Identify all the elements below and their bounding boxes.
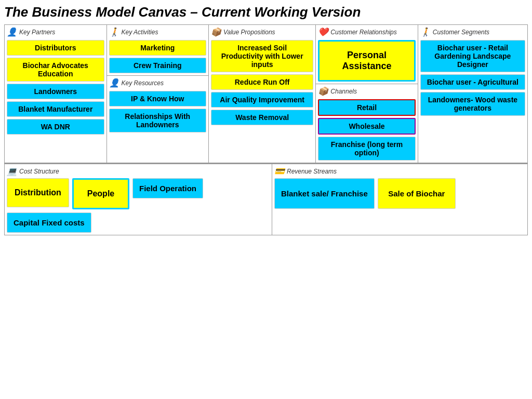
key-activities-icon: 🚶	[109, 27, 119, 37]
key-activities-header: 🚶 Key Activities	[109, 27, 206, 37]
key-partners-column: 👤 Key Partners Distributors Biochar Advo…	[5, 25, 107, 163]
key-activities-label: Key Activities	[122, 29, 158, 36]
key-resources-section: 👤 Key Resources IP & Know How Relationsh…	[107, 76, 208, 163]
customer-rel-label: Customer Relationships	[330, 29, 396, 36]
channels-label: Channels	[330, 88, 357, 95]
card-wholesale: Wholesale	[318, 118, 415, 135]
customer-seg-icon: 🚶	[420, 27, 431, 37]
card-personal-assistance: Personal Assistance	[318, 40, 415, 82]
card-field-operation: Field Operation	[132, 178, 203, 198]
value-props-label: Value Propositions	[223, 29, 275, 36]
customer-rel-header: ❤️ Customer Relationships	[318, 27, 415, 37]
cost-structure-column: 💻 Cost Structure Distribution People Fie…	[5, 164, 272, 235]
card-biochar-advocates: Biochar Advocates Education	[7, 58, 104, 82]
main-grid: 👤 Key Partners Distributors Biochar Advo…	[5, 25, 527, 164]
value-props-header: 📦 Value Propositions	[211, 27, 313, 37]
revenue-icon: 💳	[274, 166, 285, 176]
cost-icon: 💻	[7, 166, 17, 176]
activities-resources-column: 🚶 Key Activities Marketing Crew Training…	[107, 25, 209, 163]
cost-label: Cost Structure	[19, 168, 59, 175]
revenue-cards: Blanket sale/ Franchise Sale of Biochar	[274, 178, 525, 209]
card-ip-knowhow: IP & Know How	[109, 91, 206, 107]
revenue-streams-column: 💳 Revenue Streams Blanket sale/ Franchis…	[272, 164, 527, 235]
card-landowners: Landowners	[7, 84, 104, 99]
card-reduce-runoff: Reduce Run Off	[211, 74, 313, 90]
customer-relationships-section: ❤️ Customer Relationships Personal Assis…	[316, 25, 417, 84]
key-resources-header: 👤 Key Resources	[109, 78, 206, 88]
bottom-section: 💻 Cost Structure Distribution People Fie…	[5, 164, 527, 235]
key-partners-label: Key Partners	[19, 29, 55, 36]
card-biochar-retail: Biochar user - Retail Gardening Landscap…	[420, 40, 525, 72]
revenue-header: 💳 Revenue Streams	[274, 166, 525, 176]
key-partners-header: 👤 Key Partners	[7, 27, 104, 37]
card-wa-dnr: WA DNR	[7, 119, 104, 135]
customer-rel-icon: ❤️	[318, 27, 328, 37]
card-people: People	[72, 178, 129, 209]
channels-icon: 📦	[318, 86, 328, 96]
cost-cards: Distribution People Field Operation Capi…	[7, 178, 270, 233]
channels-header: 📦 Channels	[318, 86, 415, 96]
cost-structure-header: 💻 Cost Structure	[7, 166, 270, 176]
key-resources-label: Key Resources	[122, 79, 164, 87]
card-capital-fixed: Capital Fixed costs	[7, 212, 91, 233]
value-props-column: 📦 Value Propositions Increased Soil Prod…	[209, 25, 316, 163]
customer-segments-column: 🚶 Customer Segments Biochar user - Retai…	[418, 25, 527, 163]
customer-seg-label: Customer Segments	[433, 29, 489, 36]
card-relationships-landowners: Relationships With Landowners	[109, 109, 206, 132]
key-resources-icon: 👤	[109, 78, 119, 88]
key-activities-section: 🚶 Key Activities Marketing Crew Training	[107, 25, 208, 76]
value-props-icon: 📦	[211, 27, 221, 37]
cust-rel-channels-column: ❤️ Customer Relationships Personal Assis…	[316, 25, 418, 163]
revenue-label: Revenue Streams	[287, 168, 337, 175]
card-soil-productivity: Increased Soil Productivity with Lower i…	[211, 40, 313, 72]
customer-seg-header: 🚶 Customer Segments	[420, 27, 525, 37]
card-air-quality: Air Quality Improvement	[211, 92, 313, 108]
card-marketing: Marketing	[109, 40, 206, 56]
canvas: 👤 Key Partners Distributors Biochar Advo…	[4, 24, 528, 235]
card-waste-removal: Waste Removal	[211, 110, 313, 125]
card-biochar-agricultural: Biochar user - Agricultural	[420, 74, 525, 90]
key-partners-icon: 👤	[7, 27, 17, 37]
card-blanket-manufacturer: Blanket Manufacturer	[7, 101, 104, 117]
card-distributors: Distributors	[7, 40, 104, 56]
card-franchise: Franchise (long term option)	[318, 137, 415, 161]
page-title: The Business Model Canvas – Current Work…	[4, 4, 528, 20]
card-distribution: Distribution	[7, 178, 69, 207]
card-sale-biochar: Sale of Biochar	[378, 178, 456, 209]
card-landowners-wood: Landowners- Wood waste generators	[420, 92, 525, 116]
channels-section: 📦 Channels Retail Wholesale Franchise (l…	[316, 84, 417, 163]
card-retail: Retail	[318, 99, 415, 116]
card-crew-training: Crew Training	[109, 58, 206, 73]
card-blanket-sale: Blanket sale/ Franchise	[274, 178, 375, 209]
